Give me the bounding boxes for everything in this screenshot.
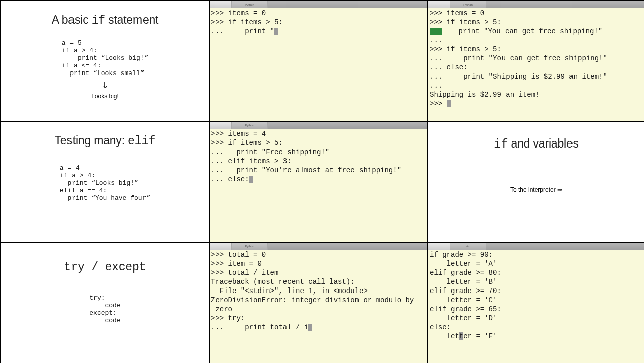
terminal-panel-4: Python >>> total = 0 >>> item = 0 >>> to… (209, 242, 428, 363)
titlebar-segment (268, 243, 427, 250)
cursor-highlight: t (459, 332, 463, 340)
slide-title: try / except (1, 260, 209, 274)
cursor-icon (308, 324, 312, 331)
terminal-titlebar: Python (210, 1, 427, 8)
titlebar-segment (210, 243, 232, 250)
titlebar-segment (428, 243, 450, 250)
terminal-line: print "You can get free shipping!" (442, 27, 602, 35)
terminal-output: if grade >= 90: letter = 'A' elif grade … (428, 250, 644, 363)
title-keyword: elif (128, 135, 155, 148)
slide-title: Testing many: elif (1, 134, 209, 148)
terminal-output: >>> total = 0 >>> item = 0 >>> total / i… (210, 250, 427, 363)
titlebar-segment (486, 1, 644, 8)
terminal: vim if grade >= 90: letter = 'A' elif gr… (428, 243, 644, 363)
terminal-text: >>> items = 0 >>> if items > 5: ... prin… (211, 9, 283, 35)
titlebar-segment (428, 1, 450, 8)
titlebar-segment (268, 1, 427, 8)
titlebar-segment (210, 122, 232, 129)
terminal: Python >>> items = 0 >>> if items > 5: .… (210, 1, 427, 121)
slide-title: A basic if statement (1, 13, 209, 27)
cursor-icon (249, 176, 253, 183)
terminal-panel-3: Python >>> items = 4 >>> if items > 5: .… (209, 121, 428, 242)
terminal-output: >>> items = 0 >>> if items > 5: print "Y… (428, 8, 644, 121)
code-example: try: code except: code (89, 294, 120, 324)
terminal-line: >>> items = 0 (430, 9, 484, 17)
terminal-text: ... >>> if items > 5: ... print "You can… (430, 36, 607, 108)
title-text: and variables (508, 137, 578, 150)
terminal-titlebar: Python (210, 122, 427, 129)
terminal-titlebar: Python (428, 1, 644, 8)
terminal-panel-5: vim if grade >= 90: letter = 'A' elif gr… (428, 242, 644, 363)
code-wrap: a = 5 if a > 4: print “Looks big!” if a … (1, 27, 209, 77)
slide-elif: Testing many: elif a = 4 if a > 4: print… (1, 121, 209, 242)
terminal-output: >>> items = 4 >>> if items > 5: ... prin… (210, 129, 427, 242)
title-text: A basic (52, 13, 92, 26)
code-example: a = 4 if a > 4: print “Looks big!” elif … (60, 164, 150, 202)
titlebar-segment (210, 1, 232, 8)
terminal-text: >>> total = 0 >>> item = 0 >>> total / i… (211, 251, 414, 331)
terminal-text: er = 'F' (463, 332, 497, 340)
terminal-line: >>> if items > 5: (430, 18, 502, 26)
terminal-tab-label: Python (232, 1, 268, 8)
title-keyword: if (494, 138, 508, 151)
code-example: a = 5 if a > 4: print “Looks big!” if a … (62, 39, 149, 77)
terminal-titlebar: Python (210, 243, 427, 250)
slide-grid: A basic if statement a = 5 if a > 4: pri… (0, 0, 644, 363)
terminal: Python >>> items = 4 >>> if items > 5: .… (210, 122, 427, 242)
cursor-icon (274, 28, 278, 35)
slide-basic-if: A basic if statement a = 5 if a > 4: pri… (1, 1, 209, 121)
slide-title: if and variables (428, 137, 644, 151)
code-wrap: try: code except: code (1, 274, 209, 324)
arrow-down-icon: ⇓ (1, 80, 209, 91)
slide-if-variables: if and variables To the interpreter ⇒ (428, 121, 644, 242)
terminal-panel-2: Python >>> items = 0 >>> if items > 5: p… (428, 1, 644, 121)
terminal-tab-label: vim (450, 243, 486, 250)
title-text: Testing many: (55, 134, 128, 147)
terminal-tab-label: Python (232, 122, 268, 129)
title-keyword: try / except (64, 261, 146, 274)
terminal-text: >>> items = 4 >>> if items > 5: ... prin… (211, 130, 401, 183)
titlebar-segment (268, 122, 427, 129)
slide-try-except: try / except try: code except: code (1, 242, 209, 363)
terminal-panel-1: Python >>> items = 0 >>> if items > 5: .… (209, 1, 428, 121)
terminal-tab-label: Python (232, 243, 268, 250)
output-text: Looks big! (1, 93, 209, 100)
terminal-titlebar: vim (428, 243, 644, 250)
terminal: Python >>> total = 0 >>> item = 0 >>> to… (210, 243, 427, 363)
terminal-tab-label: Python (450, 1, 486, 8)
code-wrap: a = 4 if a > 4: print “Looks big!” elif … (1, 148, 209, 202)
highlight-cursor-icon (430, 28, 442, 35)
title-keyword: if (92, 14, 105, 27)
titlebar-segment (486, 243, 644, 250)
title-text-2: statement (105, 13, 158, 26)
terminal-text: if grade >= 90: letter = 'A' elif grade … (430, 251, 502, 340)
cursor-icon (447, 100, 451, 107)
sub-caption: To the interpreter ⇒ (428, 186, 644, 193)
terminal-output: >>> items = 0 >>> if items > 5: ... prin… (210, 8, 427, 121)
terminal: Python >>> items = 0 >>> if items > 5: p… (428, 1, 644, 121)
